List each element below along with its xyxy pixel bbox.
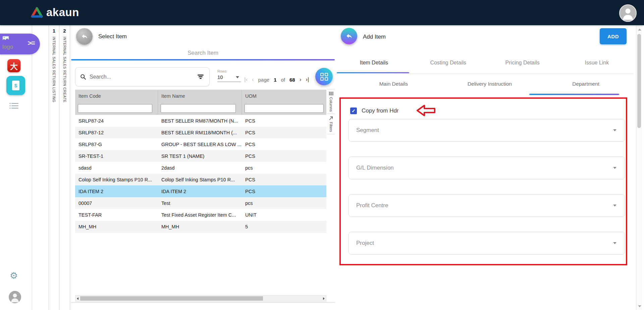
cell-uom: PCS <box>242 174 326 185</box>
first-page-button[interactable]: |‹ <box>244 76 248 83</box>
cell-item-name: Colop Self Inking Stamps P10 R... <box>158 174 242 185</box>
cell-item-code: SRLP87-12 <box>75 127 158 138</box>
profit-centre-dropdown[interactable]: Profit Centre <box>348 194 625 217</box>
cell-item-code: Colop Self Inking Stamps P10 R... <box>75 174 158 185</box>
workspace-tab-create[interactable]: 2 INTERNAL SALES RETURN CREATE <box>59 25 70 310</box>
scroll-right-arrow[interactable] <box>323 297 325 300</box>
of-word: of <box>281 77 285 83</box>
chevron-down-icon <box>236 76 239 78</box>
segment-dropdown[interactable]: Segment <box>348 119 625 142</box>
table-row[interactable]: SRLP87-24 BEST SELLER RM87/MONTH (N... P… <box>75 115 326 127</box>
filter-input-item-name[interactable] <box>161 104 236 113</box>
cell-uom: PCS <box>242 150 326 162</box>
tab-item-details[interactable]: Item Details <box>337 57 411 72</box>
cell-item-name: MH_MH <box>158 221 242 232</box>
pagination: |‹ ‹ page 1 of 68 › ›| <box>244 76 309 83</box>
columns-label: Columns <box>329 97 333 112</box>
filter-input-uom[interactable] <box>245 104 324 113</box>
person-icon <box>620 5 636 21</box>
grid-icon <box>320 73 328 81</box>
horizontal-scrollbar[interactable] <box>75 295 326 302</box>
table-row[interactable]: sdasd 2dasd pcs <box>75 162 326 174</box>
brand-logo[interactable]: akaun <box>31 6 79 19</box>
filter-list-icon[interactable] <box>197 74 204 80</box>
columns-button[interactable]: Columns <box>327 89 335 114</box>
cell-item-name: Test <box>158 197 242 209</box>
cell-item-code: 00007 <box>75 197 158 209</box>
card-bottom-divider <box>71 302 335 303</box>
project-dropdown[interactable]: Project <box>348 232 625 255</box>
chevron-down-icon <box>613 167 616 169</box>
account-button[interactable] <box>9 291 21 303</box>
table-row[interactable]: Colop Self Inking Stamps P10 R... Colop … <box>75 174 326 186</box>
sub-tabs: Main Details Delivery Instruction Depart… <box>345 79 634 89</box>
user-avatar[interactable] <box>619 4 637 22</box>
tab-pricing-details[interactable]: Pricing Details <box>485 57 560 72</box>
vertical-scroll-thumb[interactable] <box>637 34 641 128</box>
tab-search-item[interactable]: Search Item <box>71 50 335 56</box>
cell-item-name: BEST SELLER RM118/MONTH (... <box>158 127 242 138</box>
project-label: Project <box>356 240 613 247</box>
segment-label: Segment <box>356 127 613 134</box>
grid-view-button[interactable] <box>315 68 333 85</box>
column-header-item-code[interactable]: Item Code <box>75 90 158 102</box>
subtab-main-details[interactable]: Main Details <box>345 79 442 89</box>
sidebar-app-billing[interactable]: $ <box>6 76 25 95</box>
copy-from-hdr-checkbox[interactable]: ✓ <box>350 107 357 114</box>
cell-uom: pcs <box>242 197 326 209</box>
app-root: akaun logo >≡ 大 $ <box>0 0 644 310</box>
table-row[interactable]: SRLP87-12 BEST SELLER RM118/MONTH (... P… <box>75 127 326 139</box>
cell-item-code: SR-TEST-1 <box>75 150 158 162</box>
scroll-left-arrow[interactable] <box>77 297 78 300</box>
cell-item-code: SRLP87-G <box>75 138 158 150</box>
sidebar-app-cn[interactable]: 大 <box>7 59 20 72</box>
sidebar-list-button[interactable] <box>9 102 19 111</box>
table-row[interactable]: SR-TEST-1 SR TEST 1 (NAME) PCS <box>75 150 326 162</box>
horizontal-scroll-thumb[interactable] <box>80 296 263 301</box>
scroll-down-arrow[interactable] <box>638 305 641 307</box>
cell-uom: PCS <box>242 127 326 138</box>
person-icon <box>9 291 21 303</box>
column-header-uom[interactable]: UOM <box>242 90 326 102</box>
column-header-item-name[interactable]: Item Name <box>158 90 242 102</box>
rows-per-page[interactable]: Rows 10 <box>217 69 241 82</box>
scroll-up-arrow[interactable] <box>638 29 641 31</box>
detail-tabs: Item Details Costing Details Pricing Det… <box>337 57 634 72</box>
list-icon <box>9 102 19 109</box>
prev-page-button[interactable]: ‹ <box>252 76 254 83</box>
panel-title: Select Item <box>98 33 127 40</box>
table-row[interactable]: 00007 Test pcs <box>75 197 326 209</box>
search-icon[interactable] <box>80 74 86 80</box>
cell-item-code: IDA ITEM 2 <box>75 185 158 197</box>
settings-button[interactable]: ⚙ <box>10 270 18 281</box>
back-button[interactable] <box>76 28 93 45</box>
vertical-scrollbar[interactable] <box>636 25 642 310</box>
gl-dimension-dropdown[interactable]: G/L Dimension <box>348 157 625 179</box>
next-page-button[interactable]: › <box>300 76 302 83</box>
table-row[interactable]: MH_MH MH_MH 5 <box>75 221 326 233</box>
chevron-down-icon <box>613 242 616 244</box>
workspace-tab-label: INTERNAL SALES RETURN CREATE <box>63 37 67 103</box>
add-button[interactable]: ADD <box>600 28 627 44</box>
last-page-button[interactable]: ›| <box>306 76 309 83</box>
cell-uom: PCS <box>242 138 326 150</box>
subtab-department[interactable]: Department <box>538 79 634 89</box>
sidebar-logo-pill[interactable]: logo >≡ <box>0 34 40 54</box>
filters-button[interactable]: Filters <box>327 114 335 134</box>
brand-name: akaun <box>46 6 79 19</box>
gear-icon: ⚙ <box>10 271 18 281</box>
table-row[interactable]: TEST-FAR Test Fixed Asset Register Item … <box>75 209 326 221</box>
table-row[interactable]: SRLP87-G GROUP - BEST SELLER AS LOW ... … <box>75 138 326 150</box>
workspace-tab-listing[interactable]: 1 INTERNAL SALES RETURN LISTING <box>49 25 59 310</box>
workspace-tab-label: INTERNAL SALES RETURN LISTING <box>52 37 56 102</box>
table-row-selected[interactable]: IDA ITEM 2 IDA ITEM 2 PCS <box>75 185 326 197</box>
tab-issue-link[interactable]: Issue Link <box>560 57 634 72</box>
table-side-controls: Columns Filters <box>327 89 335 134</box>
annotation-red-box: ✓ Copy from Hdr Segment G/L Dimension Pr… <box>339 97 627 265</box>
search-input[interactable] <box>89 74 197 80</box>
rows-value: 10 <box>217 74 223 80</box>
back-button[interactable] <box>341 28 357 44</box>
subtab-delivery-instruction[interactable]: Delivery Instruction <box>442 79 538 89</box>
tab-costing-details[interactable]: Costing Details <box>411 57 486 72</box>
filter-input-item-code[interactable] <box>78 104 152 113</box>
